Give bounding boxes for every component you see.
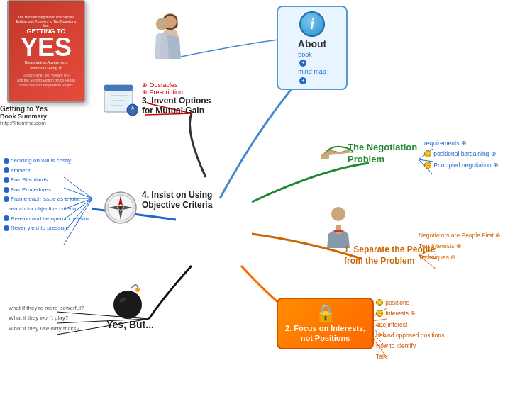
insist-branch-5: Frame each issue as a joint search for o… [4,194,89,213]
sep-branch-1: Negotiators are People First ⊕ [419,230,501,241]
focus-branch-3: one interest [376,320,444,330]
yesbut-branch-2: What if they won't play? [9,313,84,323]
book-url[interactable]: http://litemind.com [0,120,92,126]
prescription-label: ⊕ Prescription [142,89,211,96]
about-node[interactable]: i About book + mind map + [277,6,390,90]
about-links: book + mind map + [298,50,326,84]
obstacles-label: ⊕ Obstacles [142,82,211,89]
invent-node: ⊕ Obstacles ⊕ Prescription 3. Invent Opt… [103,82,211,117]
svg-rect-49 [336,225,341,234]
insist-branch-7: Never yield to pressure [4,223,89,233]
neg-branches: requirements ⊕ 😊 positional bargaining ⊕… [424,138,499,171]
publisher-text: The Harvard Negotiator The Second Editio… [13,15,79,28]
svg-point-43 [118,206,123,210]
svg-point-48 [331,207,345,221]
focus-branches: 😊 positions 😊 Interests ⊕ one interest b… [376,298,444,363]
svg-point-45 [113,291,142,319]
sep-branch-2: Two Interests ⊕ [419,241,501,252]
about-book-link[interactable]: book + [298,50,326,67]
yes-text: YES [21,35,72,60]
svg-rect-50 [334,230,343,232]
lock-icon: 🔒 [285,303,365,323]
yesbut-node: Yes, But... [106,319,154,330]
book-cover: The Harvard Negotiator The Second Editio… [7,0,85,103]
insist-branch-1: deciding on will is costly [4,156,89,166]
person-top-icon [149,13,188,59]
focus-branch-1: 😊 positions [376,298,444,308]
compass-icon [103,190,138,225]
about-mindmap-link[interactable]: mind map + [298,67,326,84]
invent-label: 3. Invent Optionsfor Mutual Gain [142,96,211,116]
map-icon [103,82,138,117]
yesbut-branch-1: what if they're more powerful? [9,303,84,313]
businessman-svg [323,206,355,248]
focus-branch-4: behind opposed positions [376,330,444,341]
focus-branch-5: How to Identify [376,341,444,352]
bomb-icon [110,280,149,322]
insist-branches: deciding on will is costly efficient Fai… [4,156,89,233]
insist-label: 4. Insist on UsingObjective Criteria [142,190,212,210]
svg-point-28 [156,18,167,30]
yesbut-branch-3: What if they use dirty tricks? [9,324,84,334]
svg-point-44 [135,288,140,292]
book-summary-sub: Book Summary [0,113,92,120]
focus-box: 🔒 2. Focus on Interests,not Positions [277,298,374,349]
neg-branch-2: 😊 positional bargaining ⊕ [424,149,499,159]
yesbut-branches: what if they're more powerful? What if t… [9,303,84,334]
insist-branch-2: efficient [4,166,89,176]
insist-branch-3: Fair Standards [4,175,89,185]
separate-branches: Negotiators are People First ⊕ Two Inter… [419,230,501,263]
negotiation-node: The NegotiationProblem [348,142,417,166]
svg-rect-47 [321,154,329,159]
insist-branch-6: Reason and be open to reason [4,214,89,224]
neg-branch-3: 😊 Principled negotiation ⊕ [424,160,499,171]
authors-text: Roger Fisher and William Uryand the Seco… [17,73,75,88]
yesbut-label: Yes, But... [106,319,154,330]
info-icon: i [299,11,325,37]
mind-map-canvas: i About book + mind map + The Harvard Ne… [0,0,532,399]
sep-branch-3: Techniques ⊕ [419,252,501,263]
focus-node: 🔒 2. Focus on Interests,not Positions [277,298,374,349]
insist-branch-4: Fair Procedures [4,185,89,195]
negotiation-label: The NegotiationProblem [348,142,417,166]
focus-branch-2: 😊 Interests ⊕ [376,308,444,319]
subtitle-text: Negotiating AgreementWithout Giving In [24,60,67,72]
focus-branch-6: Talk [376,352,444,362]
neg-branch-1: requirements ⊕ [424,138,499,149]
insist-node: 4. Insist on UsingObjective Criteria [103,190,212,225]
book-summary-label: Getting to Yes [0,105,92,113]
about-label: About [298,38,326,50]
focus-label: 2. Focus on Interests,not Positions [285,323,365,344]
book-node: The Harvard Negotiator The Second Editio… [0,0,92,126]
svg-rect-30 [104,85,133,91]
